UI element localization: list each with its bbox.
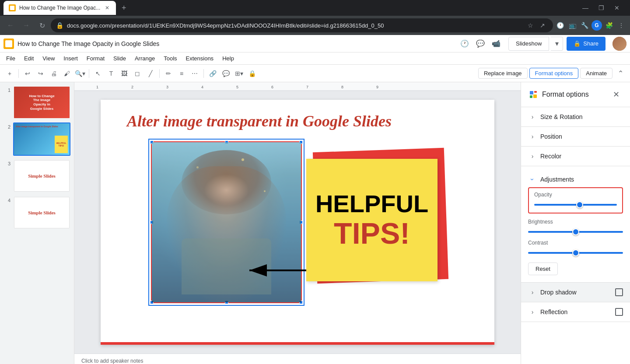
canvas-scroll[interactable]: Alter image transparent in Google Slides [74, 91, 521, 354]
address-bar[interactable]: 🔒 docs.google.com/presentation/d/1UEtKEn… [51, 18, 553, 32]
header-icons: 🕐 💬 📹 [458, 37, 503, 51]
brightness-thumb[interactable] [572, 228, 579, 235]
separator-1 [18, 69, 19, 78]
history-icon[interactable]: 🕐 [555, 20, 565, 31]
size-rotation-header[interactable]: › Size & Rotation [521, 107, 630, 126]
opacity-slider-container[interactable] [534, 200, 617, 209]
share-button[interactable]: 🔒 Share [567, 37, 606, 51]
close-button[interactable]: ✕ [611, 2, 623, 14]
drop-shadow-chevron: › [528, 288, 537, 297]
pen-button[interactable]: ✏ [162, 67, 175, 80]
share-label: Share [583, 40, 598, 47]
zoom-button[interactable]: 🔍▾ [74, 67, 86, 80]
menu-view[interactable]: View [38, 52, 59, 65]
comment-tb-button[interactable]: 💬 [220, 67, 232, 80]
slide-num-3: 3 [4, 159, 10, 166]
menu-slide[interactable]: Slide [109, 52, 130, 65]
select-button[interactable]: ↖ [92, 67, 104, 80]
slide-thumbnail-4[interactable]: 4 Simple Slides [4, 196, 70, 229]
format-panel-close-button[interactable]: ✕ [609, 88, 623, 102]
text-button[interactable]: T [105, 67, 117, 80]
paint-format-button[interactable]: 🖌 [61, 67, 73, 80]
notes-bar[interactable]: Click to add speaker notes [74, 354, 521, 364]
minimize-button[interactable]: — [579, 2, 592, 14]
link-button[interactable]: 🔗 [206, 67, 219, 80]
menu-icon[interactable]: ⋮ [616, 20, 626, 31]
adjustments-header[interactable]: › Adjustments [528, 170, 623, 187]
menu-tools[interactable]: Tools [159, 52, 181, 65]
align-button[interactable]: ≡ [175, 67, 188, 80]
menu-edit[interactable]: Edit [20, 52, 38, 65]
size-rotation-title: Size & Rotation [540, 113, 623, 120]
brightness-slider-container[interactable] [528, 228, 623, 236]
profile-avatar[interactable]: G [592, 20, 602, 31]
cast-icon[interactable]: 📺 [567, 20, 578, 31]
window-controls: — ❐ ✕ [579, 2, 626, 14]
transform-button[interactable]: ⊞▾ [233, 67, 245, 80]
shape-button[interactable]: ◻ [131, 67, 144, 80]
animate-button[interactable]: Animate [580, 68, 612, 79]
tips-text: TIPS! [334, 217, 410, 250]
slide-thumbnail-3[interactable]: 3 Simple Slides [4, 159, 70, 192]
tab-favicon [9, 4, 16, 11]
tab-close-button[interactable]: ✕ [104, 4, 111, 11]
reflection-header[interactable]: › Reflection [521, 302, 630, 322]
more-button[interactable]: ⋯ [189, 67, 201, 80]
menu-file[interactable]: File [2, 52, 20, 65]
puzzle-icon[interactable]: 🧩 [604, 20, 614, 31]
format-panel-header: Format options ✕ [521, 82, 630, 107]
comment-icon[interactable]: 💬 [473, 37, 487, 51]
image-button[interactable]: 🖼 [118, 67, 130, 80]
menu-format[interactable]: Format [82, 52, 109, 65]
line-button[interactable]: ╱ [144, 67, 157, 80]
position-header[interactable]: › Position [521, 127, 630, 146]
menu-extensions[interactable]: Extensions [182, 52, 218, 65]
lock-button[interactable]: 🔒 [246, 67, 258, 80]
restore-button[interactable]: ❐ [595, 2, 607, 14]
drop-shadow-header[interactable]: › Drop shadow [521, 283, 630, 302]
menu-help[interactable]: Help [218, 52, 238, 65]
menu-arrange[interactable]: Arrange [130, 52, 159, 65]
video-icon[interactable]: 📹 [489, 37, 503, 51]
replace-image-button[interactable]: Replace image [478, 68, 528, 79]
extension-icon[interactable]: 🔧 [579, 20, 590, 31]
active-tab[interactable]: How to Change The Image Opac... ✕ [4, 1, 116, 15]
slideshow-button[interactable]: Slideshow [508, 37, 549, 51]
slide-preview-2[interactable]: Alter image transparent in Google Slides… [13, 122, 70, 156]
print-button[interactable]: 🖨 [48, 67, 60, 80]
reload-button[interactable]: ↻ [35, 18, 49, 32]
brightness-label: Brightness [528, 219, 623, 225]
slide-thumbnail-2[interactable]: 2 Alter image transparent in Google Slid… [4, 122, 70, 156]
slide-preview-4[interactable]: Simple Slides [13, 196, 70, 229]
opacity-track [534, 204, 617, 206]
svg-text:8: 8 [341, 85, 343, 89]
slide-preview-3[interactable]: Simple Slides [13, 159, 70, 192]
new-tab-button[interactable]: + [118, 2, 130, 14]
collapse-toolbar-button[interactable]: ⌃ [614, 67, 626, 80]
menu-insert[interactable]: Insert [59, 52, 82, 65]
share-lock-icon: 🔒 [574, 40, 581, 47]
url-text: docs.google.com/presentation/d/1UEtKEn9X… [67, 22, 522, 29]
reflection-checkbox[interactable] [615, 308, 623, 316]
recolor-header[interactable]: › Recolor [521, 147, 630, 166]
undo-button[interactable]: ↩ [21, 67, 34, 80]
app-logo-inner [5, 40, 12, 47]
version-history-icon[interactable]: 🕐 [458, 37, 472, 51]
slide-thumbnail-1[interactable]: 1 How to ChangeThe ImageOpacity inGoogle… [4, 86, 70, 119]
add-button[interactable]: + [4, 67, 16, 80]
reset-button[interactable]: Reset [528, 262, 558, 275]
user-avatar[interactable] [612, 37, 626, 51]
back-button[interactable]: ← [4, 18, 18, 32]
drop-shadow-checkbox[interactable] [615, 288, 623, 296]
forward-button[interactable]: → [19, 18, 33, 32]
format-options-button[interactable]: Format options [529, 68, 579, 79]
bookmark-icon[interactable]: ☆ [525, 20, 536, 31]
slide-preview-1[interactable]: How to ChangeThe ImageOpacity inGoogle S… [13, 86, 70, 119]
profile-icon[interactable]: ↗ [537, 20, 548, 31]
redo-button[interactable]: ↪ [35, 67, 47, 80]
svg-text:9: 9 [376, 85, 378, 89]
slideshow-arrow-button[interactable]: ▾ [551, 37, 563, 51]
opacity-thumb[interactable] [576, 201, 583, 208]
contrast-thumb[interactable] [572, 249, 579, 256]
contrast-slider-container[interactable] [528, 248, 623, 257]
